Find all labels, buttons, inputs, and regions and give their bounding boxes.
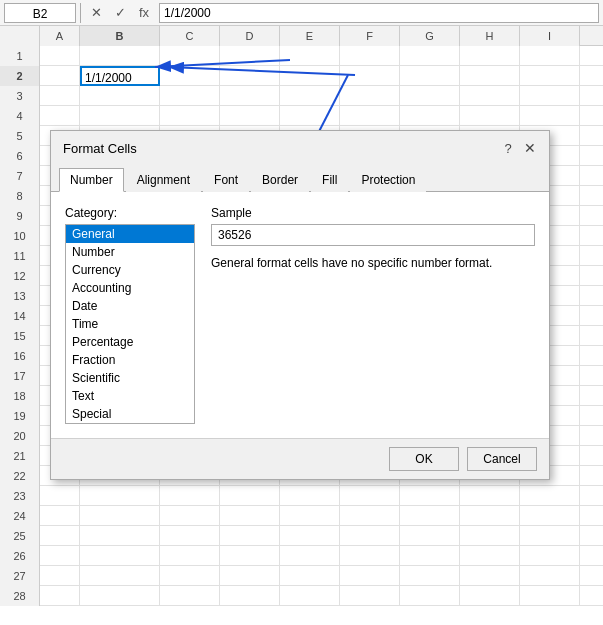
cell[interactable]	[460, 66, 520, 86]
cell[interactable]	[160, 546, 220, 566]
category-list[interactable]: GeneralNumberCurrencyAccountingDateTimeP…	[65, 224, 195, 424]
cell[interactable]	[460, 566, 520, 586]
cell[interactable]	[40, 566, 80, 586]
cell[interactable]	[40, 86, 80, 106]
cell[interactable]	[40, 546, 80, 566]
category-item[interactable]: Text	[66, 387, 194, 405]
category-item[interactable]: Accounting	[66, 279, 194, 297]
cell[interactable]	[80, 566, 160, 586]
cell[interactable]	[220, 506, 280, 526]
tab-fill[interactable]: Fill	[311, 168, 348, 192]
cell[interactable]	[40, 586, 80, 606]
cell[interactable]	[160, 586, 220, 606]
function-button[interactable]: fx	[133, 3, 155, 23]
dialog-close-button[interactable]: ✕	[521, 139, 539, 157]
cell[interactable]	[340, 506, 400, 526]
col-header-i[interactable]: I	[520, 26, 580, 46]
cell[interactable]	[280, 106, 340, 126]
cell[interactable]	[460, 486, 520, 506]
cell[interactable]	[400, 486, 460, 506]
cell[interactable]	[460, 546, 520, 566]
cell[interactable]	[520, 46, 580, 66]
cell[interactable]	[160, 566, 220, 586]
cell[interactable]	[220, 486, 280, 506]
cell[interactable]	[340, 546, 400, 566]
category-item[interactable]: Currency	[66, 261, 194, 279]
cell[interactable]	[160, 46, 220, 66]
cell[interactable]	[220, 586, 280, 606]
cell[interactable]	[160, 506, 220, 526]
cell[interactable]	[400, 86, 460, 106]
cell[interactable]	[80, 86, 160, 106]
cell[interactable]	[80, 46, 160, 66]
cell[interactable]	[40, 486, 80, 506]
cell[interactable]	[80, 486, 160, 506]
cell[interactable]	[460, 106, 520, 126]
cell[interactable]	[160, 106, 220, 126]
cell[interactable]	[160, 66, 220, 86]
col-header-g[interactable]: G	[400, 26, 460, 46]
col-header-f[interactable]: F	[340, 26, 400, 46]
cell[interactable]	[160, 526, 220, 546]
tab-border[interactable]: Border	[251, 168, 309, 192]
cell[interactable]: 1/1/2000	[80, 66, 160, 86]
category-item[interactable]: Scientific	[66, 369, 194, 387]
cell[interactable]	[280, 86, 340, 106]
tab-font[interactable]: Font	[203, 168, 249, 192]
cell[interactable]	[40, 506, 80, 526]
cancel-formula-button[interactable]: ✕	[85, 3, 107, 23]
cell[interactable]	[280, 66, 340, 86]
cell[interactable]	[520, 566, 580, 586]
cell[interactable]	[400, 506, 460, 526]
cell[interactable]	[400, 46, 460, 66]
cell[interactable]	[520, 586, 580, 606]
cell[interactable]	[160, 86, 220, 106]
cell[interactable]	[520, 86, 580, 106]
cell[interactable]	[220, 546, 280, 566]
category-item[interactable]: Special	[66, 405, 194, 423]
col-header-h[interactable]: H	[460, 26, 520, 46]
cell[interactable]	[460, 526, 520, 546]
dialog-help-button[interactable]: ?	[499, 139, 517, 157]
col-header-a[interactable]: A	[40, 26, 80, 46]
cell[interactable]	[280, 566, 340, 586]
cell[interactable]	[400, 586, 460, 606]
cell[interactable]	[340, 566, 400, 586]
cell[interactable]	[340, 486, 400, 506]
cell[interactable]	[460, 506, 520, 526]
cell[interactable]	[400, 66, 460, 86]
cell[interactable]	[220, 526, 280, 546]
cell[interactable]	[40, 106, 80, 126]
cell[interactable]	[80, 106, 160, 126]
col-header-b[interactable]: B	[80, 26, 160, 46]
cell[interactable]	[520, 106, 580, 126]
cell[interactable]	[460, 586, 520, 606]
cell[interactable]	[460, 46, 520, 66]
cell[interactable]	[340, 46, 400, 66]
cell[interactable]	[340, 66, 400, 86]
cell[interactable]	[400, 566, 460, 586]
cell[interactable]	[40, 526, 80, 546]
cell[interactable]	[280, 546, 340, 566]
category-item[interactable]: Fraction	[66, 351, 194, 369]
cell[interactable]	[220, 566, 280, 586]
category-item[interactable]: Percentage	[66, 333, 194, 351]
cell[interactable]	[160, 486, 220, 506]
col-header-d[interactable]: D	[220, 26, 280, 46]
cell[interactable]	[400, 106, 460, 126]
cell[interactable]	[520, 66, 580, 86]
cancel-button[interactable]: Cancel	[467, 447, 537, 471]
category-item[interactable]: Time	[66, 315, 194, 333]
cell[interactable]	[40, 66, 80, 86]
cell[interactable]	[280, 506, 340, 526]
cell[interactable]	[340, 586, 400, 606]
cell[interactable]	[340, 86, 400, 106]
tab-protection[interactable]: Protection	[350, 168, 426, 192]
confirm-formula-button[interactable]: ✓	[109, 3, 131, 23]
formula-input[interactable]	[159, 3, 599, 23]
cell[interactable]	[280, 46, 340, 66]
cell[interactable]	[80, 586, 160, 606]
cell[interactable]	[220, 66, 280, 86]
cell[interactable]	[80, 546, 160, 566]
category-item[interactable]: Date	[66, 297, 194, 315]
